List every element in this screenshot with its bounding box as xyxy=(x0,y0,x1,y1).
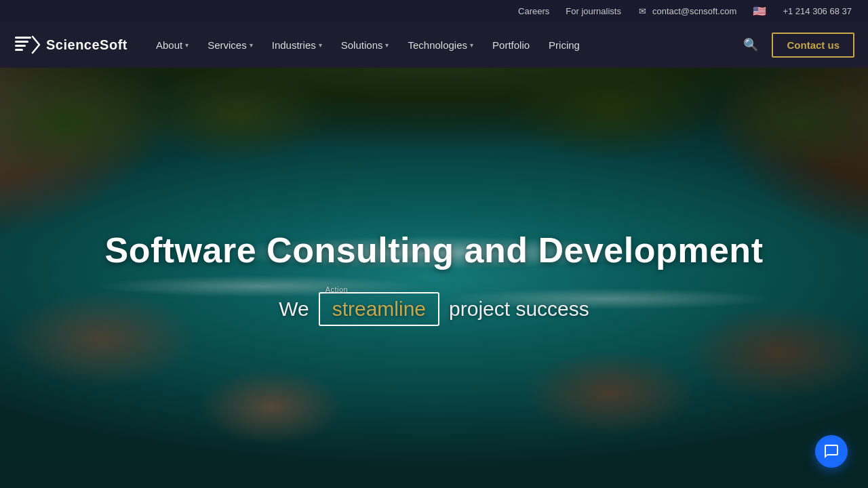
logo[interactable]: ScienceSoft xyxy=(14,31,127,58)
contact-button[interactable]: Contact us xyxy=(772,33,854,58)
chevron-down-icon: ▾ xyxy=(385,41,389,49)
chevron-down-icon: ▾ xyxy=(250,41,253,49)
svg-rect-2 xyxy=(15,45,26,47)
hero-title: Software Consulting and Development xyxy=(105,230,764,270)
nav-technologies[interactable]: Technologies ▾ xyxy=(399,34,481,56)
chevron-down-icon: ▾ xyxy=(470,41,473,49)
nav-links: About ▾ Services ▾ Industries ▾ Solution… xyxy=(148,34,741,56)
top-bar: Careers For journalists ✉ contact@scnsof… xyxy=(0,0,868,22)
nav-industries[interactable]: Industries ▾ xyxy=(264,34,330,56)
hero-suffix: project success xyxy=(449,298,589,321)
nav-services[interactable]: Services ▾ xyxy=(199,34,261,56)
search-icon[interactable]: 🔍 xyxy=(741,35,761,55)
journalists-link[interactable]: For journalists xyxy=(566,6,621,16)
phone-number: +1 214 306 68 37 xyxy=(783,6,852,16)
nav-about[interactable]: About ▾ xyxy=(148,34,197,56)
email-link[interactable]: contact@scnsoft.com xyxy=(652,6,736,16)
email-contact: ✉ contact@scnsoft.com xyxy=(637,5,736,16)
nav-portfolio[interactable]: Portfolio xyxy=(484,34,538,56)
chat-icon xyxy=(823,443,840,460)
flag-icon: 🇺🇸 xyxy=(753,5,766,18)
svg-rect-3 xyxy=(15,49,23,51)
hero-section: Software Consulting and Development We A… xyxy=(0,68,868,488)
hero-prefix: We xyxy=(279,298,309,321)
nav-right: 🔍 Contact us xyxy=(741,33,854,58)
chevron-down-icon: ▾ xyxy=(185,41,189,49)
svg-rect-0 xyxy=(15,37,31,39)
hero-action-word: streamline xyxy=(332,298,426,320)
hero-subtitle: We Action streamline project success xyxy=(105,292,764,326)
mail-icon: ✉ xyxy=(637,5,648,16)
chat-button[interactable] xyxy=(815,435,848,468)
nav-solutions[interactable]: Solutions ▾ xyxy=(333,34,397,56)
hero-content: Software Consulting and Development We A… xyxy=(105,230,764,326)
nav-pricing[interactable]: Pricing xyxy=(540,34,588,56)
logo-text: ScienceSoft xyxy=(46,37,127,53)
navbar: ScienceSoft About ▾ Services ▾ Industrie… xyxy=(0,22,868,68)
hero-action-label: Action xyxy=(326,285,349,293)
chevron-down-icon: ▾ xyxy=(319,41,322,49)
logo-icon xyxy=(14,31,41,58)
svg-rect-1 xyxy=(15,41,28,43)
careers-link[interactable]: Careers xyxy=(518,6,549,16)
hero-action-box: Action streamline xyxy=(319,292,439,326)
